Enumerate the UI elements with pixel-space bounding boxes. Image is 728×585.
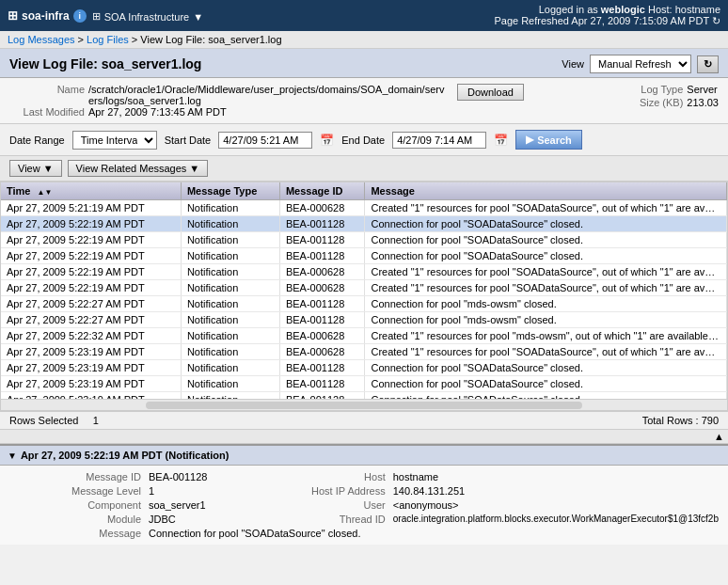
file-name-row: Name /scratch/oracle1/Oracle/Middleware/…	[9, 84, 524, 106]
manual-refresh-button[interactable]: ↻	[697, 55, 719, 73]
refresh-icon[interactable]: ↻	[712, 15, 720, 26]
table-cell: Connection for pool "SOADataSource" clos…	[365, 216, 727, 232]
username: weblogic	[601, 4, 645, 15]
module-value: JDBC	[149, 514, 246, 525]
search-icon: ▶	[526, 134, 533, 146]
last-modified-row: Last Modified Apr 27, 2009 7:13:45 AM PD…	[9, 106, 524, 118]
table-row[interactable]: Apr 27, 2009 5:22:19 AM PDTNotificationB…	[1, 216, 727, 232]
table-cell: Apr 27, 2009 5:23:19 AM PDT	[1, 392, 181, 400]
info-icon: i	[73, 9, 87, 23]
log-table-container: Time ▲▼ Message Type Message ID Message …	[0, 182, 728, 411]
table-cell: Apr 27, 2009 5:21:19 AM PDT	[1, 200, 181, 216]
breadcrumb-current: View Log File: soa_server1.log	[140, 34, 281, 45]
view-toolbar: View ▼ View Related Messages ▼	[0, 156, 728, 182]
scroll-up-bar[interactable]: ▲	[0, 430, 728, 444]
sort-arrows-time[interactable]: ▲▼	[38, 189, 53, 197]
table-wrapper[interactable]: Time ▲▼ Message Type Message ID Message …	[1, 182, 727, 399]
log-type-row: Log Type Server	[608, 84, 719, 95]
table-row[interactable]: Apr 27, 2009 5:23:19 AM PDTNotificationB…	[1, 344, 727, 360]
header-right: Logged in as weblogic Host: hostname Pag…	[494, 4, 720, 27]
table-row[interactable]: Apr 27, 2009 5:23:19 AM PDTNotificationB…	[1, 376, 727, 392]
table-row[interactable]: Apr 27, 2009 5:22:19 AM PDTNotificationB…	[1, 264, 727, 280]
table-cell: Notification	[181, 248, 279, 264]
search-label: Search	[537, 134, 572, 146]
end-date-input[interactable]	[392, 132, 486, 149]
table-cell: BEA-000628	[279, 328, 365, 344]
view-related-label: View Related Messages	[76, 163, 187, 174]
status-bar: Rows Selected 1 Total Rows : 790	[0, 411, 728, 430]
breadcrumb-log-messages[interactable]: Log Messages	[8, 34, 75, 45]
msg-level-label: Message Level	[9, 485, 141, 497]
start-date-input[interactable]	[218, 132, 312, 149]
host-ip-value: 140.84.131.251	[393, 485, 719, 497]
detail-header: ▼ Apr 27, 2009 5:22:19 AM PDT (Notificat…	[0, 446, 728, 466]
breadcrumb-log-files[interactable]: Log Files	[87, 34, 129, 45]
log-type-label: Log Type	[608, 84, 683, 95]
size-label: Size (KB)	[608, 97, 683, 108]
view-dropdown[interactable]: Manual Refresh Auto Refresh	[590, 55, 691, 73]
col-message-type[interactable]: Message Type	[181, 182, 279, 200]
soa-infra-nav[interactable]: ⊞ SOA Infrastructure ▼	[92, 10, 203, 23]
table-cell: BEA-001128	[279, 232, 365, 248]
table-row[interactable]: Apr 27, 2009 5:22:32 AM PDTNotificationB…	[1, 328, 727, 344]
col-message[interactable]: Message	[365, 182, 727, 200]
table-cell: Connection for pool "SOADataSource" clos…	[365, 360, 727, 376]
table-row[interactable]: Apr 27, 2009 5:23:19 AM PDTNotificationB…	[1, 392, 727, 400]
rows-selected: Rows Selected 1	[9, 415, 99, 426]
table-row[interactable]: Apr 27, 2009 5:23:19 AM PDTNotificationB…	[1, 360, 727, 376]
log-table-body: Apr 27, 2009 5:21:19 AM PDTNotificationB…	[1, 200, 727, 400]
search-button[interactable]: ▶ Search	[515, 130, 582, 150]
table-row[interactable]: Apr 27, 2009 5:22:27 AM PDTNotificationB…	[1, 312, 727, 328]
table-row[interactable]: Apr 27, 2009 5:22:19 AM PDTNotificationB…	[1, 280, 727, 296]
table-cell: BEA-001128	[279, 360, 365, 376]
table-cell: Notification	[181, 280, 279, 296]
page-refreshed-text: Page Refreshed Apr 27, 2009 7:15:09 AM P…	[494, 15, 709, 26]
view-related-messages-button[interactable]: View Related Messages ▼	[68, 160, 209, 177]
thread-id-label: Thread ID	[254, 514, 386, 525]
table-cell: Apr 27, 2009 5:23:19 AM PDT	[1, 376, 181, 392]
view-button[interactable]: View ▼	[9, 160, 62, 177]
col-time[interactable]: Time ▲▼	[1, 182, 181, 200]
breadcrumb-sep1: >	[78, 34, 84, 45]
table-cell: BEA-000628	[279, 344, 365, 360]
table-row[interactable]: Apr 27, 2009 5:22:19 AM PDTNotificationB…	[1, 248, 727, 264]
col-message-id[interactable]: Message ID	[279, 182, 365, 200]
table-row[interactable]: Apr 27, 2009 5:21:19 AM PDTNotificationB…	[1, 200, 727, 216]
table-row[interactable]: Apr 27, 2009 5:22:27 AM PDTNotificationB…	[1, 296, 727, 312]
horizontal-scrollbar[interactable]	[1, 399, 727, 410]
start-date-calendar-button[interactable]: 📅	[320, 134, 334, 147]
table-cell: Created "1" resources for pool "SOADataS…	[365, 200, 727, 216]
page-title: View Log File: soa_server1.log	[9, 56, 201, 71]
table-cell: BEA-001128	[279, 216, 365, 232]
table-cell: BEA-001128	[279, 392, 365, 400]
login-info: Logged in as weblogic Host: hostname	[494, 4, 720, 15]
size-row: Size (KB) 213.03	[608, 97, 719, 108]
user-label: User	[254, 499, 386, 511]
table-cell: Notification	[181, 328, 279, 344]
table-cell: Notification	[181, 200, 279, 216]
table-cell: Apr 27, 2009 5:22:32 AM PDT	[1, 328, 181, 344]
host-label: Host	[254, 471, 386, 482]
app-name: soa-infra	[22, 9, 70, 23]
rows-selected-value: 1	[93, 415, 99, 426]
table-cell: Notification	[181, 360, 279, 376]
date-range-type[interactable]: Time Interval All Dates	[72, 131, 157, 150]
view-dropdown-icon: ▼	[43, 163, 54, 174]
table-cell: Apr 27, 2009 5:22:27 AM PDT	[1, 312, 181, 328]
top-header: ⊞ soa-infra i ⊞ SOA Infrastructure ▼ Log…	[0, 0, 728, 31]
table-cell: BEA-001128	[279, 312, 365, 328]
table-cell: Connection for pool "SOADataSource" clos…	[365, 376, 727, 392]
col-message-type-label: Message Type	[187, 185, 257, 197]
table-cell: Apr 27, 2009 5:23:19 AM PDT	[1, 344, 181, 360]
table-row[interactable]: Apr 27, 2009 5:22:19 AM PDTNotificationB…	[1, 232, 727, 248]
collapse-icon[interactable]: ▼	[8, 451, 17, 461]
detail-content: Message ID BEA-001128 Host hostname Mess…	[0, 466, 728, 545]
download-button[interactable]: Download	[457, 84, 524, 101]
table-cell: Notification	[181, 216, 279, 232]
table-cell: BEA-000628	[279, 280, 365, 296]
view-label: View	[562, 58, 584, 70]
date-range-label: Date Range	[9, 134, 65, 146]
view-btn-label: View	[18, 163, 40, 174]
end-date-calendar-button[interactable]: 📅	[494, 134, 508, 147]
table-cell: BEA-001128	[279, 296, 365, 312]
